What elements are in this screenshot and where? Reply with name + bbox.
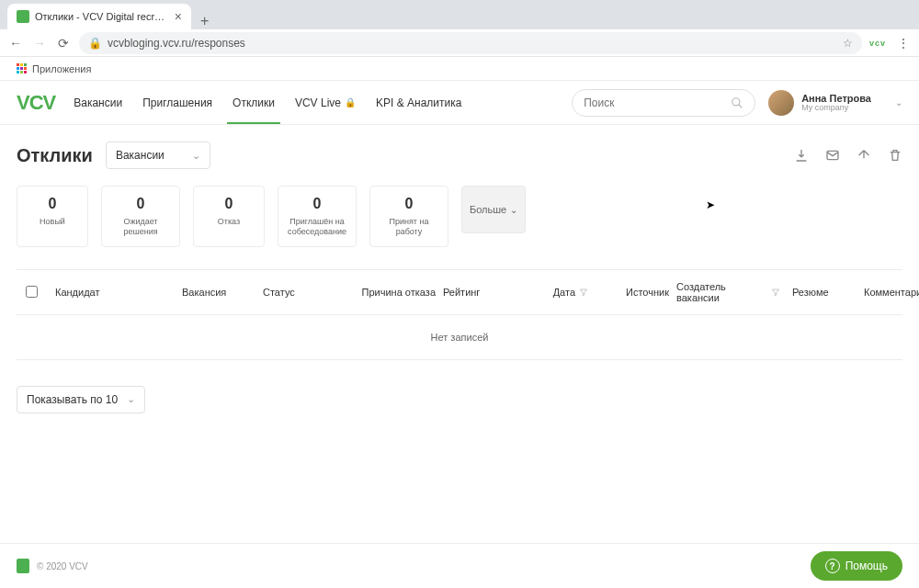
lock-icon: 🔒	[88, 37, 102, 50]
stat-label: Новый	[23, 217, 82, 227]
star-icon[interactable]: ☆	[843, 37, 853, 50]
url-field[interactable]: 🔒 vcvbloging.vcv.ru/responses ☆	[79, 32, 862, 54]
browser-chrome: Отклики - VCV Digital recruitm × + ← → ⟳…	[0, 0, 919, 81]
page-actions	[794, 148, 902, 163]
empty-state: Нет записей	[17, 314, 902, 359]
page-head: Отклики Вакансии ⌄	[17, 141, 902, 169]
user-company: My company	[801, 104, 871, 113]
browser-tab[interactable]: Отклики - VCV Digital recruitm ×	[7, 4, 191, 29]
chevron-down-icon: ⌄	[192, 150, 200, 162]
page-size-label: Показывать по 10	[27, 393, 118, 406]
nav-forward-icon[interactable]: →	[31, 36, 48, 51]
page-body: Отклики Вакансии ⌄ 0 Новый 0 О	[0, 125, 919, 430]
nav-vcv-live-label: VCV Live	[295, 96, 341, 109]
stat-count: 0	[23, 196, 82, 212]
col-candidate[interactable]: Кандидат	[55, 287, 175, 298]
table-header: Кандидат Вакансия Статус Причина отказа …	[17, 270, 902, 314]
download-button[interactable]	[794, 148, 809, 163]
nav-back-icon[interactable]: ←	[7, 36, 24, 51]
app-header: VCV Вакансии Приглашения Отклики VCV Liv…	[0, 81, 919, 125]
svg-line-1	[739, 104, 743, 107]
stat-count: 0	[284, 196, 350, 212]
select-all-checkbox[interactable]	[26, 286, 38, 298]
search-box[interactable]	[572, 89, 755, 117]
stat-count: 0	[108, 196, 174, 212]
stats-row: 0 Новый 0 Ожидает решения 0 Отказ 0 Приг…	[17, 186, 902, 247]
col-reason[interactable]: Причина отказа	[335, 287, 436, 298]
address-bar: ← → ⟳ 🔒 vcvbloging.vcv.ru/responses ☆ vc…	[0, 29, 919, 57]
close-icon[interactable]: ×	[175, 9, 182, 24]
stat-rejected[interactable]: 0 Отказ	[193, 186, 265, 247]
col-date[interactable]: Дата	[515, 287, 588, 298]
new-tab-button[interactable]: +	[191, 13, 218, 29]
nav-vacancies[interactable]: Вакансии	[74, 82, 122, 124]
vacancy-filter-label: Вакансии	[116, 149, 165, 162]
mail-button[interactable]	[825, 148, 840, 163]
stat-count: 0	[199, 196, 258, 212]
nav-responses[interactable]: Отклики	[233, 82, 275, 124]
extension-icon[interactable]: vcv	[869, 39, 886, 48]
tab-title: Отклики - VCV Digital recruitm	[35, 11, 169, 22]
col-vacancy[interactable]: Вакансия	[182, 287, 255, 298]
responses-table: Кандидат Вакансия Статус Причина отказа …	[17, 269, 902, 360]
col-status[interactable]: Статус	[263, 287, 327, 298]
user-name: Анна Петрова	[801, 93, 871, 104]
search-icon[interactable]	[731, 96, 743, 109]
svg-point-0	[732, 97, 740, 105]
logo[interactable]: VCV	[17, 91, 55, 115]
stat-label: Приглашён на собеседование	[284, 217, 350, 237]
filter-icon[interactable]	[579, 288, 588, 297]
reload-icon[interactable]: ⟳	[55, 36, 72, 51]
page-size-dropdown[interactable]: Показывать по 10 ⌄	[17, 386, 145, 413]
col-date-label: Дата	[553, 287, 575, 298]
more-stats-button[interactable]: Больше ⌄	[461, 186, 526, 233]
apps-icon[interactable]	[17, 63, 27, 74]
url-text: vcvbloging.vcv.ru/responses	[108, 37, 245, 50]
bookmarks-apps-label[interactable]: Приложения	[32, 63, 91, 74]
nav-vcv-live[interactable]: VCV Live 🔒	[295, 82, 356, 124]
chevron-down-icon: ⌄	[510, 205, 517, 215]
stat-new[interactable]: 0 Новый	[17, 186, 88, 247]
share-button[interactable]	[857, 148, 871, 163]
search-input[interactable]	[584, 96, 725, 109]
browser-menu-icon[interactable]: ⋮	[895, 36, 912, 51]
col-source[interactable]: Источник	[596, 287, 669, 298]
tab-bar: Отклики - VCV Digital recruitm × +	[0, 0, 919, 29]
stat-hired[interactable]: 0 Принят на работу	[369, 186, 448, 247]
stat-count: 0	[376, 196, 442, 212]
nav-kpi[interactable]: KPI & Аналитика	[376, 82, 461, 124]
chevron-down-icon: ⌄	[127, 393, 135, 405]
stat-pending[interactable]: 0 Ожидает решения	[101, 186, 180, 247]
col-filter-resume[interactable]	[766, 288, 785, 297]
user-menu[interactable]: Анна Петрова My company ⌄	[768, 90, 902, 116]
bookmarks-bar: Приложения	[0, 57, 919, 81]
favicon-icon	[17, 10, 29, 23]
col-rating[interactable]: Рейтинг	[443, 287, 507, 298]
stat-label: Принят на работу	[376, 217, 442, 237]
stat-label: Ожидает решения	[108, 217, 174, 237]
col-comments[interactable]: Комментарии	[864, 287, 919, 298]
filter-icon[interactable]	[771, 288, 780, 297]
delete-button[interactable]	[888, 148, 902, 163]
vacancy-filter-dropdown[interactable]: Вакансии ⌄	[106, 141, 210, 169]
col-creator[interactable]: Создатель вакансии	[676, 281, 759, 303]
col-resume[interactable]: Резюме	[792, 287, 857, 298]
main-nav: Вакансии Приглашения Отклики VCV Live 🔒 …	[74, 82, 461, 124]
pagination: Показывать по 10 ⌄	[17, 386, 902, 413]
chevron-down-icon: ⌄	[895, 97, 902, 107]
page-title: Отклики	[17, 145, 93, 166]
nav-invitations[interactable]: Приглашения	[142, 82, 212, 124]
lock-icon: 🔒	[345, 97, 356, 107]
avatar	[768, 90, 794, 116]
stat-invited[interactable]: 0 Приглашён на собеседование	[278, 186, 357, 247]
stat-label: Отказ	[199, 217, 258, 227]
more-label: Больше	[470, 204, 506, 215]
